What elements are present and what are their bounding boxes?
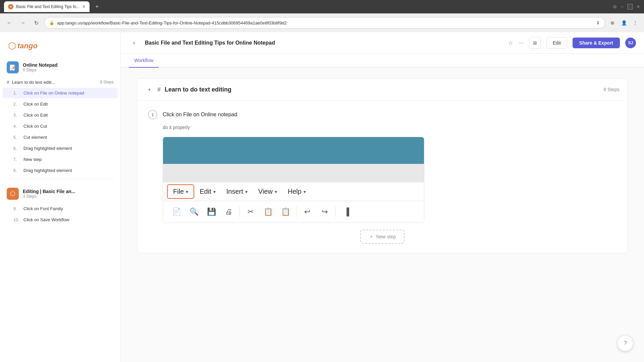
star-icon[interactable]: ☆ xyxy=(508,39,513,47)
doc-icon: 📝 xyxy=(9,64,16,71)
tab-workflow[interactable]: Workflow xyxy=(129,54,159,68)
tab-bar: Workflow xyxy=(121,54,644,68)
section-title: Learn to do text editing xyxy=(165,86,600,93)
sidebar-item-2[interactable]: 2. Click on Edit xyxy=(3,99,118,109)
paste-icon[interactable]: 📋 xyxy=(277,204,293,220)
sidebar-workflow-icon: 📝 xyxy=(7,61,19,73)
profile-icon[interactable]: 👤 xyxy=(619,18,629,27)
grid-view-button[interactable]: ⊞ xyxy=(529,37,541,49)
file-menu-label: File xyxy=(173,188,184,195)
extensions-icon[interactable]: ⊕ xyxy=(608,18,617,27)
edit-menu-label: Edit xyxy=(200,188,211,195)
refresh-button[interactable]: ↻ xyxy=(31,17,42,28)
help-menu-item[interactable]: Help ▾ xyxy=(282,185,311,198)
file-menu-item[interactable]: File ▾ xyxy=(167,184,194,199)
step-description: do it properly xyxy=(163,125,617,130)
plus-icon: ＋ xyxy=(369,234,374,240)
edit-menu-arrow: ▾ xyxy=(213,189,216,194)
print-icon[interactable]: 🖨 xyxy=(221,204,237,220)
item-label-6: Drag highlighted element xyxy=(23,146,72,151)
open-file-icon[interactable]: 🔍 xyxy=(186,204,202,220)
edit-menu-item[interactable]: Edit ▾ xyxy=(194,185,221,198)
screenshot-iconbar: 📄 🔍 💾 🖨 ✂ 📋 📋 ↩ ↪ ▐ xyxy=(163,201,424,223)
url-display: app.tango.us/app/workflow/Basic-File-and… xyxy=(57,20,593,25)
sidebar-workflow-1[interactable]: 📝 Online Notepad 0 Steps xyxy=(0,58,120,77)
browser-toolbar: ← → ↻ 🔒 app.tango.us/app/workflow/Basic-… xyxy=(0,13,644,32)
minimize-button[interactable]: ─ xyxy=(621,4,624,9)
collapse-section-button[interactable]: ▾ xyxy=(145,85,153,94)
edit-button[interactable]: Edit xyxy=(546,37,567,49)
undo-icon[interactable]: ↩ xyxy=(299,204,315,220)
sidebar-item-1[interactable]: 1. Click on File on Online notepad xyxy=(3,88,118,98)
maximize-button[interactable]: □ xyxy=(628,4,633,9)
cut-icon[interactable]: ✂ xyxy=(243,204,259,220)
toolbar-icons: ⊕ 👤 ⋮ xyxy=(608,18,640,27)
new-tab-button[interactable]: + xyxy=(92,2,102,11)
sidebar-group-count: 8 Steps xyxy=(100,80,114,84)
item-label-2: Click on Edit xyxy=(23,102,48,107)
help-menu-arrow: ▾ xyxy=(304,189,306,194)
insert-menu-item[interactable]: Insert ▾ xyxy=(221,185,253,198)
item-label-10: Click on Save Workflow xyxy=(23,217,69,222)
item-num-9: 9. xyxy=(13,206,20,211)
item-label-1: Click on File on Online notepad xyxy=(23,90,84,96)
sidebar-group-header-1[interactable]: # Learn to do text editi... 8 Steps xyxy=(0,77,120,87)
item-num-5: 5. xyxy=(13,135,20,140)
group-hash-icon: # xyxy=(7,79,9,85)
tab-close-icon[interactable]: ✕ xyxy=(82,4,86,9)
browser-tab-active[interactable]: ● Basic File and Text Editing Tips fo...… xyxy=(4,1,90,12)
new-step-button[interactable]: ＋ New step xyxy=(360,230,405,244)
sidebar-item-4[interactable]: 4. Click on Cut xyxy=(3,121,118,131)
tango-icon: ⬡ xyxy=(10,190,15,197)
browser-titlebar: ● Basic File and Text Editing Tips fo...… xyxy=(0,0,644,13)
sidebar-divider xyxy=(5,179,115,179)
sidebar: ⬡ tango 📝 Online Notepad 0 Steps # Learn… xyxy=(0,32,121,362)
back-button[interactable]: ← xyxy=(4,17,15,28)
step-title: Click on File on Online notepad xyxy=(163,112,237,118)
icon-separator-2 xyxy=(296,206,297,217)
item-num-4: 4. xyxy=(13,124,20,129)
insert-menu-label: Insert xyxy=(226,188,243,195)
sidebar-item-9[interactable]: 9. Click on Font Family xyxy=(3,203,118,214)
close-window-button[interactable]: ✕ xyxy=(637,4,640,9)
sidebar-item-7[interactable]: 7. New step xyxy=(3,154,118,165)
sidebar-item-3[interactable]: 3. Click on Edit xyxy=(3,110,118,120)
avatar[interactable]: SJ xyxy=(625,38,636,48)
more-options-icon[interactable]: ··· xyxy=(519,39,524,46)
file-menu-arrow: ▾ xyxy=(186,189,188,194)
settings-icon[interactable]: ⋮ xyxy=(631,18,640,27)
tab-title: Basic File and Text Editing Tips fo... xyxy=(16,4,79,9)
item-num-2: 2. xyxy=(13,102,20,107)
new-file-icon[interactable]: 📄 xyxy=(168,204,184,220)
sidebar-workflow-steps: 0 Steps xyxy=(23,68,114,72)
grid-icon: ⊞ xyxy=(533,40,537,46)
save-icon[interactable]: 💾 xyxy=(203,204,219,220)
app-container: ⬡ tango 📝 Online Notepad 0 Steps # Learn… xyxy=(0,32,644,362)
header-back-button[interactable]: ‹ xyxy=(129,38,140,48)
share-export-button[interactable]: Share & Export xyxy=(573,38,620,48)
icon-separator-3 xyxy=(335,206,336,217)
download-icon[interactable]: ⬇ xyxy=(596,20,600,25)
item-num-8: 8. xyxy=(13,168,20,173)
step-header: 1 Click on File on Online notepad xyxy=(148,110,617,119)
sidebar-item-8[interactable]: 8. Drag highlighted element xyxy=(3,165,118,176)
item-num-6: 6. xyxy=(13,146,20,151)
item-num-10: 10. xyxy=(13,218,20,222)
view-menu-item[interactable]: View ▾ xyxy=(253,185,282,198)
sidebar-item-6[interactable]: 6. Drag highlighted element xyxy=(3,143,118,154)
view-menu-arrow: ▾ xyxy=(275,189,277,194)
sidebar-item-5[interactable]: 5. Cut element xyxy=(3,132,118,142)
item-label-5: Cut element xyxy=(23,135,47,140)
item-label-3: Click on Edit xyxy=(23,113,48,118)
forward-button[interactable]: → xyxy=(17,17,28,28)
address-bar[interactable]: 🔒 app.tango.us/app/workflow/Basic-File-a… xyxy=(44,17,605,28)
section-hash-icon: # xyxy=(157,86,161,93)
format-icon[interactable]: ▐ xyxy=(338,204,355,220)
help-button[interactable]: ? xyxy=(617,335,633,351)
sidebar-group-name: Learn to do text editi... xyxy=(12,80,98,85)
main-content: ‹ Basic File and Text Editing Tips for O… xyxy=(121,32,644,362)
sidebar-section2-header[interactable]: ⬡ Editing | Basic File an... 3 Steps xyxy=(0,184,120,203)
sidebar-item-10[interactable]: 10. Click on Save Workflow xyxy=(3,215,118,225)
copy-icon[interactable]: 📋 xyxy=(260,204,276,220)
redo-icon[interactable]: ↪ xyxy=(317,204,333,220)
